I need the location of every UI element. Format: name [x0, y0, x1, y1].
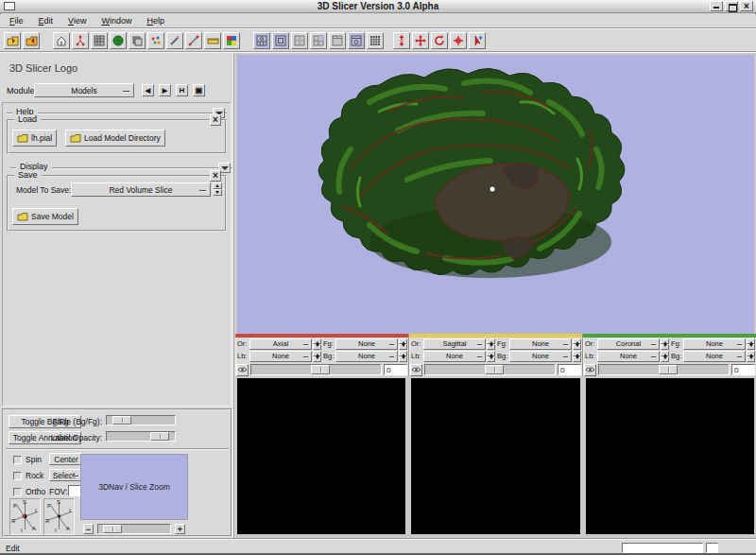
menu-edit[interactable]: Edit	[33, 15, 60, 26]
svg-text:R: R	[45, 518, 50, 524]
slice-offset-slider[interactable]	[598, 364, 730, 375]
module-back-button[interactable]: ◀	[142, 84, 154, 96]
tabbed-3d-layout-icon[interactable]	[329, 32, 346, 49]
models-module-icon[interactable]	[110, 32, 127, 49]
volumes-module-icon[interactable]	[91, 32, 108, 49]
module-forward-button[interactable]: ▶	[159, 84, 171, 96]
nav-zoom-preview[interactable]: 3DNav / Slice Zoom	[80, 454, 188, 520]
foreground-select[interactable]: None	[683, 338, 746, 350]
label-select[interactable]: None	[597, 351, 660, 362]
titlebar: 3D Slicer Version 3.0 Alpha	[0, 0, 756, 13]
label-opacity-slider[interactable]	[106, 431, 176, 442]
mouse-window-level-icon[interactable]	[450, 32, 467, 49]
module-detach-button[interactable]: ▣	[193, 84, 205, 96]
menu-file[interactable]: File	[4, 15, 29, 26]
orientation-spinner[interactable]	[487, 338, 495, 350]
orientation-select[interactable]: Axial	[249, 338, 312, 350]
foreground-select[interactable]: None	[509, 338, 572, 350]
slice-visibility-button[interactable]	[584, 364, 596, 376]
mouse-rotate-icon[interactable]	[431, 32, 448, 49]
menu-help[interactable]: Help	[141, 15, 170, 26]
save-close-icon[interactable]	[210, 170, 221, 182]
spin-checkbox[interactable]	[13, 456, 22, 464]
lightbox-layout-icon[interactable]	[367, 32, 384, 49]
orientation-select[interactable]: Sagittal	[423, 338, 486, 350]
minimize-icon[interactable]	[710, 1, 723, 11]
center-button[interactable]: Center	[49, 453, 83, 465]
orientation-spinner[interactable]	[661, 338, 669, 350]
ortho-checkbox[interactable]	[13, 488, 22, 496]
label-select[interactable]: None	[423, 351, 486, 362]
close-icon[interactable]	[740, 1, 753, 11]
three-over-three-layout-icon[interactable]	[310, 32, 327, 49]
data-module-icon[interactable]	[72, 32, 89, 49]
slice-offset-entry[interactable]: 0	[731, 364, 755, 375]
mouse-place-fiducial-icon[interactable]	[469, 32, 486, 49]
slice-visibility-button[interactable]	[410, 364, 422, 376]
label-spinner[interactable]	[661, 351, 669, 362]
fade-slider[interactable]	[106, 415, 176, 425]
home-module-icon[interactable]	[53, 32, 70, 49]
foreground-select[interactable]: None	[335, 338, 398, 350]
save-model-button[interactable]: Save Model	[12, 208, 78, 225]
fiducials-module-icon[interactable]	[147, 32, 164, 49]
nav-zoom-slider-thumb[interactable]	[103, 525, 122, 533]
editor-module-icon[interactable]	[166, 32, 183, 49]
zoom-out-button[interactable]: −	[83, 524, 94, 534]
label-spinner[interactable]	[313, 351, 321, 362]
background-spinner[interactable]	[399, 351, 407, 362]
rock-select[interactable]: Select	[49, 469, 83, 481]
tabbed-slice-layout-icon[interactable]	[348, 32, 365, 49]
load-directory-button[interactable]: Load Model Directory	[65, 130, 165, 147]
green-slice-viewport[interactable]	[586, 378, 754, 534]
label-opacity-slider-thumb[interactable]	[150, 432, 169, 441]
background-select[interactable]: None	[509, 351, 572, 362]
mouse-transform-icon[interactable]	[393, 32, 410, 49]
maximize-icon[interactable]	[725, 1, 738, 11]
slice-offset-entry[interactable]: 0	[558, 364, 581, 375]
measurements-module-icon[interactable]	[185, 32, 202, 49]
one-up-3d-layout-icon[interactable]	[291, 32, 308, 49]
save-scene-icon[interactable]	[23, 32, 40, 49]
ruler-module-icon[interactable]	[204, 32, 221, 49]
red-slice-viewport[interactable]	[237, 378, 405, 534]
colors-module-icon[interactable]	[223, 32, 240, 49]
label-select[interactable]: None	[249, 351, 312, 362]
load-close-icon[interactable]	[210, 114, 221, 126]
menu-window[interactable]: Window	[95, 15, 137, 26]
modules-select[interactable]: Models	[34, 83, 134, 97]
model-to-save-spinner[interactable]	[213, 182, 222, 196]
foreground-spinner[interactable]	[399, 338, 407, 350]
slice-offset-slider[interactable]	[250, 364, 382, 375]
foreground-spinner[interactable]	[747, 338, 755, 350]
axis-widget-2[interactable]: S P L R I A	[43, 498, 75, 535]
fade-slider-thumb[interactable]	[112, 416, 131, 425]
background-spinner[interactable]	[573, 351, 581, 362]
module-home-button[interactable]: H	[176, 84, 188, 96]
menu-view[interactable]: View	[62, 15, 92, 26]
model-to-save-select[interactable]: Red Volume Slice	[71, 182, 211, 197]
foreground-spinner[interactable]	[573, 338, 581, 350]
load-file-button[interactable]: lh.pial	[12, 130, 57, 147]
slice-controller-green: Or: Coronal Fg: None Lb: None Bg: None	[583, 334, 756, 376]
yellow-slice-viewport[interactable]	[411, 378, 579, 534]
slice-offset-slider[interactable]	[424, 364, 556, 375]
background-spinner[interactable]	[747, 351, 755, 362]
background-select[interactable]: None	[335, 351, 398, 362]
orientation-spinner[interactable]	[313, 338, 321, 350]
transforms-module-icon[interactable]	[129, 32, 146, 49]
3d-viewport[interactable]	[237, 55, 754, 334]
four-up-layout-icon[interactable]	[272, 32, 289, 49]
conventional-layout-icon[interactable]	[253, 32, 270, 49]
orientation-select[interactable]: Coronal	[597, 338, 660, 350]
nav-zoom-slider[interactable]	[97, 524, 171, 534]
axis-widget-1[interactable]: S P L R I A	[9, 498, 41, 535]
mouse-pan-icon[interactable]	[412, 32, 429, 49]
load-scene-icon[interactable]	[4, 32, 21, 49]
slice-visibility-button[interactable]	[236, 364, 249, 376]
slice-offset-entry[interactable]: 0	[384, 364, 407, 375]
background-select[interactable]: None	[683, 351, 746, 362]
label-spinner[interactable]	[487, 351, 495, 362]
zoom-in-button[interactable]: +	[175, 524, 185, 534]
rock-checkbox[interactable]	[13, 472, 22, 480]
